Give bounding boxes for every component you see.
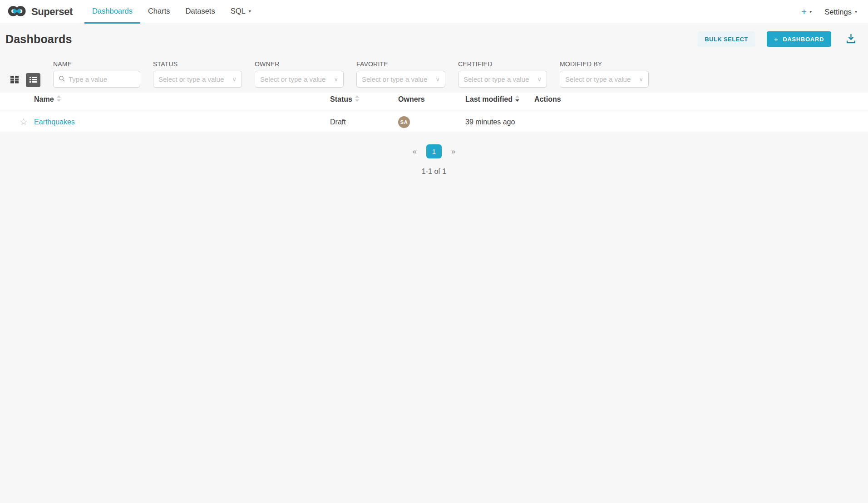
owners-cell: SA [398, 116, 465, 128]
filter-label: CERTIFIED [458, 60, 547, 68]
list-view-toggle[interactable] [26, 73, 40, 87]
header-actions: BULK SELECT + DASHBOARD [698, 31, 857, 47]
superset-brand[interactable]: Superset [8, 0, 73, 24]
filter-status: STATUS Select or type a value ∨ [153, 60, 242, 88]
nav-item-label: SQL [231, 7, 246, 15]
import-icon [845, 32, 857, 46]
new-dashboard-label: DASHBOARD [783, 36, 824, 43]
certified-filter-select[interactable]: Select or type a value ∨ [458, 71, 547, 88]
dashboard-link-earthquakes[interactable]: Earthquakes [34, 118, 75, 126]
filter-label: NAME [53, 60, 140, 68]
sort-desc-icon [515, 95, 519, 104]
select-placeholder: Select or type a value [158, 75, 224, 83]
view-mode-toggles [8, 73, 40, 88]
card-view-toggle[interactable] [8, 73, 21, 87]
table-row: ☆ Earthquakes Draft SA 39 minutes ago [0, 112, 868, 132]
select-placeholder: Select or type a value [362, 75, 427, 83]
filter-bar: NAME STATUS Select or type a value ∨ OWN… [0, 60, 868, 88]
owner-filter-select[interactable]: Select or type a value ∨ [255, 71, 344, 88]
filter-owner: OWNER Select or type a value ∨ [255, 60, 344, 88]
previous-page-button[interactable]: « [413, 147, 417, 156]
plus-icon: + [774, 35, 778, 43]
column-label: Actions [534, 95, 561, 104]
column-header-owners: Owners [398, 95, 465, 104]
settings-label: Settings [824, 8, 852, 16]
main-nav-menu: Dashboards Charts Datasets SQL ▾ [84, 0, 259, 24]
dashboard-name-cell: Earthquakes [34, 118, 330, 126]
pagination: « 1 » [0, 144, 868, 158]
plus-icon: + [801, 6, 807, 17]
favorite-filter-select[interactable]: Select or type a value ∨ [356, 71, 445, 88]
new-item-menu[interactable]: + ▾ [801, 6, 812, 17]
filter-favorite: FAVORITE Select or type a value ∨ [356, 60, 445, 88]
status-cell: Draft [330, 118, 398, 126]
column-label: Name [34, 95, 54, 104]
sort-icon [57, 95, 61, 104]
nav-item-datasets[interactable]: Datasets [178, 0, 223, 24]
chevron-down-icon: ▾ [855, 10, 857, 14]
nav-item-label: Dashboards [92, 7, 133, 15]
import-dashboard-button[interactable] [845, 32, 857, 46]
filter-name: NAME [53, 60, 140, 88]
settings-menu[interactable]: Settings ▾ [824, 8, 857, 16]
filter-label: STATUS [153, 60, 242, 68]
select-placeholder: Select or type a value [260, 75, 326, 83]
owner-avatar[interactable]: SA [398, 116, 410, 128]
column-label: Owners [398, 95, 425, 104]
nav-item-dashboards[interactable]: Dashboards [84, 0, 140, 24]
column-label: Last modified [465, 95, 513, 104]
filter-label: MODIFIED BY [560, 60, 649, 68]
nav-item-sql[interactable]: SQL ▾ [223, 0, 259, 24]
dashboards-table: Name Status Owners Last modified [0, 93, 868, 132]
list-view-icon [29, 75, 38, 86]
table-header-row: Name Status Owners Last modified [0, 93, 868, 112]
sort-icon [355, 95, 359, 104]
column-header-actions: Actions [534, 95, 868, 104]
filter-label: OWNER [255, 60, 344, 68]
column-header-name[interactable]: Name [34, 95, 330, 104]
page-header: Dashboards BULK SELECT + DASHBOARD [0, 24, 868, 47]
top-navbar: Superset Dashboards Charts Datasets SQL … [0, 0, 868, 24]
filter-label: FAVORITE [356, 60, 445, 68]
filter-modified-by: MODIFIED BY Select or type a value ∨ [560, 60, 649, 88]
chevron-down-icon: ∨ [435, 76, 440, 83]
chevron-down-icon: ∨ [232, 76, 237, 83]
card-view-icon [10, 74, 20, 86]
name-filter-searchbox[interactable] [53, 71, 140, 88]
select-placeholder: Select or type a value [565, 75, 631, 83]
search-icon [59, 75, 65, 84]
column-header-status[interactable]: Status [330, 95, 398, 104]
name-filter-input[interactable] [69, 75, 135, 83]
nav-item-label: Datasets [186, 7, 215, 15]
superset-logo-icon [8, 5, 27, 20]
modified-by-filter-select[interactable]: Select or type a value ∨ [560, 71, 649, 88]
column-header-last-modified[interactable]: Last modified [465, 95, 534, 104]
status-filter-select[interactable]: Select or type a value ∨ [153, 71, 242, 88]
filter-certified: CERTIFIED Select or type a value ∨ [458, 60, 547, 88]
chevron-down-icon: ∨ [334, 76, 338, 83]
chevron-down-icon: ▾ [809, 10, 812, 14]
row-count-summary: 1-1 of 1 [0, 168, 868, 176]
favorite-cell: ☆ [0, 117, 34, 127]
column-label: Status [330, 95, 352, 104]
page-1-button[interactable]: 1 [426, 144, 442, 158]
select-placeholder: Select or type a value [464, 75, 529, 83]
nav-item-charts[interactable]: Charts [140, 0, 178, 24]
bulk-select-button[interactable]: BULK SELECT [698, 31, 755, 47]
navbar-right: + ▾ Settings ▾ [801, 0, 857, 24]
page-title: Dashboards [5, 33, 72, 46]
last-modified-cell: 39 minutes ago [465, 118, 534, 126]
chevron-down-icon: ∨ [537, 76, 542, 83]
chevron-down-icon: ∨ [639, 76, 643, 83]
chevron-down-icon: ▾ [249, 9, 251, 14]
brand-name: Superset [31, 6, 73, 18]
nav-item-label: Charts [148, 7, 170, 15]
new-dashboard-button[interactable]: + DASHBOARD [767, 31, 831, 47]
next-page-button[interactable]: » [451, 147, 455, 156]
favorite-star-icon[interactable]: ☆ [20, 117, 28, 127]
